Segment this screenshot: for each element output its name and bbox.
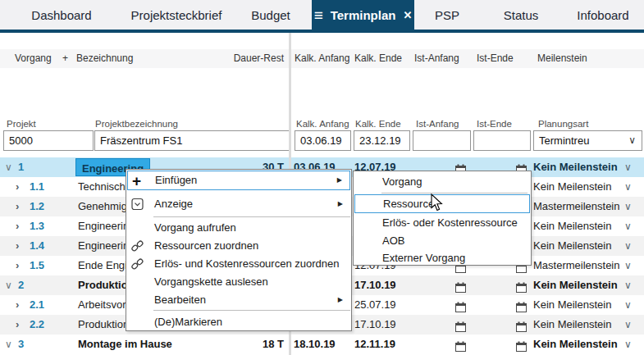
tab-psp[interactable]: PSP	[414, 0, 480, 30]
meilenstein-cell[interactable]: Kein Meilenstein	[533, 335, 618, 354]
tab-budget[interactable]: Budget	[230, 0, 312, 30]
menu-item-einfuegen[interactable]: + Einfügen ▶	[127, 171, 350, 190]
expand-icon[interactable]: ›	[16, 197, 19, 216]
kalk-anfang-field[interactable]: 03.06.19	[295, 130, 351, 151]
expand-icon[interactable]: ›	[16, 177, 19, 197]
meilenstein-cell[interactable]: Kein Meilenstein	[533, 177, 611, 197]
dauer-rest-cell[interactable]: 18 T	[226, 335, 284, 354]
kalk-ende-cell[interactable]: 17.10.19	[354, 275, 396, 295]
menu-item-label: Bearbeiten	[154, 291, 206, 309]
tab-terminplan[interactable]: ≡ Terminplan ✕	[312, 0, 414, 30]
submenu-arrow-icon: ▶	[338, 291, 343, 309]
chevron-down-icon[interactable]: ∨	[624, 256, 632, 275]
bezeichnung-cell[interactable]: Technische	[78, 177, 131, 197]
collapse-icon[interactable]: ∨	[5, 275, 12, 295]
ist-ende-field[interactable]	[473, 130, 531, 151]
expand-icon[interactable]: ›	[16, 315, 19, 335]
kalk-ende-cell[interactable]: 25.07.19	[354, 295, 396, 315]
collapse-icon[interactable]: ∨	[5, 335, 12, 354]
menu-item-ressourcen-zuordnen[interactable]: Ressourcen zuordnen	[127, 237, 350, 255]
menu-item-label: Einfügen	[155, 171, 197, 189]
expand-icon[interactable]: ›	[16, 216, 19, 236]
submenu-arrow-icon: ▶	[338, 194, 343, 214]
meilenstein-cell[interactable]: Kein Meilenstein	[533, 295, 611, 315]
tab-terminplan-label: Terminplan	[331, 8, 396, 22]
chevron-down-icon[interactable]: ∨	[624, 335, 632, 354]
row-number: 1.4	[30, 236, 44, 256]
kalk-anfang-cell[interactable]: 18.10.19	[294, 335, 336, 354]
tab-projektsteckbrief[interactable]: Projektsteckbrief	[123, 0, 230, 30]
label-ist-ende: Ist-Ende	[477, 119, 512, 129]
tab-dashboard[interactable]: Dashboard	[0, 0, 123, 30]
submenu-item-aob[interactable]: AOB	[354, 232, 530, 250]
tab-infoboard[interactable]: Infoboard	[562, 0, 644, 30]
context-menu: + Einfügen ▶ Anzeige ▶ Vorgang aufrufen …	[126, 169, 352, 331]
projekt-field[interactable]: 5000	[3, 130, 94, 151]
expand-icon[interactable]: ›	[16, 295, 19, 315]
menu-item-label: Ressourcen zuordnen	[154, 237, 258, 255]
submenu-item-externer-vorgang[interactable]: Externer Vorgang	[354, 250, 530, 266]
meilenstein-cell[interactable]: Mastermeilenstein	[533, 256, 620, 275]
menu-item-vorgangskette-auslesen[interactable]: Vorgangskette auslesen	[127, 273, 350, 291]
meilenstein-cell[interactable]: Kein Meilenstein	[533, 315, 611, 335]
expand-icon[interactable]: ›	[16, 236, 19, 256]
add-column-icon[interactable]: +	[62, 49, 68, 68]
table-row[interactable]: ∨ 3 Montage im Hause 18 T 18.10.19 12.11…	[0, 335, 644, 354]
planungsart-select[interactable]: Termintreu ∨	[533, 130, 642, 151]
submenu-item-label: Externer Vorgang	[382, 250, 465, 266]
chevron-down-icon[interactable]: ∨	[624, 197, 632, 216]
chevron-down-icon[interactable]: ∨	[624, 315, 632, 335]
kalk-ende-field[interactable]: 23.12.19	[354, 130, 410, 151]
col-ist-ende: Ist-Ende	[477, 49, 514, 68]
meilenstein-cell[interactable]: Kein Meilenstein	[533, 236, 611, 256]
kalk-ende-cell[interactable]: 12.11.19	[354, 335, 395, 354]
calendar-icon[interactable]	[455, 339, 466, 355]
submenu-item-label: AOB	[382, 232, 404, 250]
menu-item-erloes-kostenressourcen-zuordnen[interactable]: Erlös- und Kostenressourcen zuordnen	[127, 255, 350, 273]
calendar-icon[interactable]	[516, 339, 527, 355]
submenu-arrow-icon: ▶	[337, 171, 342, 189]
col-vorgang: Vorgang	[15, 49, 52, 68]
menu-item-demarkieren[interactable]: (De)Markieren	[127, 313, 350, 331]
col-meilenstein: Meilenstein	[537, 49, 587, 68]
chevron-down-icon[interactable]: ∨	[628, 131, 636, 150]
tab-status[interactable]: Status	[480, 0, 562, 30]
menu-item-bearbeiten[interactable]: Bearbeiten ▶	[127, 291, 350, 309]
row-number: 1	[18, 157, 24, 177]
projektbezeichnung-field[interactable]: Fräszentrum FS1	[94, 130, 290, 151]
submenu-item-label: Erlös- oder Kostenressource	[382, 214, 518, 232]
einfuegen-submenu: Vorgang Ressource Erlös- oder Kostenress…	[353, 171, 532, 266]
label-kalk-ende: Kalk. Ende	[355, 119, 401, 129]
close-icon[interactable]: ✕	[403, 9, 412, 21]
bezeichnung-cell[interactable]: Montage im Hause	[78, 335, 172, 354]
expand-icon[interactable]: ›	[16, 256, 19, 275]
chevron-down-icon[interactable]: ∨	[624, 216, 632, 236]
menu-item-anzeige[interactable]: Anzeige ▶	[127, 194, 350, 214]
chevron-down-icon[interactable]: ∨	[624, 177, 632, 197]
submenu-item-vorgang[interactable]: Vorgang	[354, 173, 530, 191]
chevron-down-icon[interactable]: ∨	[624, 236, 632, 256]
menu-item-vorgang-aufrufen[interactable]: Vorgang aufrufen	[127, 219, 350, 237]
meilenstein-cell[interactable]: Kein Meilenstein	[533, 157, 618, 177]
chevron-down-icon[interactable]: ∨	[624, 295, 632, 315]
menu-separator	[381, 193, 528, 193]
hamburger-icon[interactable]: ≡	[314, 7, 323, 23]
meilenstein-cell[interactable]: Mastermeilenstein	[533, 197, 620, 216]
collapse-icon[interactable]: ∨	[5, 157, 12, 177]
terminplan-app: Dashboard Projektsteckbrief Budget ≡ Ter…	[0, 0, 644, 355]
meilenstein-cell[interactable]: Kein Meilenstein	[533, 216, 611, 236]
combobox-icon	[131, 198, 144, 211]
chevron-down-icon[interactable]: ∨	[624, 275, 632, 295]
label-projekt: Projekt	[7, 119, 36, 129]
label-ist-anfang: Ist-Anfang	[416, 119, 459, 129]
submenu-item-erloes-oder-kostenressource[interactable]: Erlös- oder Kostenressource	[354, 214, 530, 232]
row-number: 1.2	[30, 197, 44, 216]
ist-anfang-field[interactable]	[413, 130, 471, 151]
menu-item-label: (De)Markieren	[154, 313, 222, 331]
kalk-ende-cell[interactable]: 17.10.19	[354, 315, 396, 335]
row-number: 3	[18, 335, 24, 354]
chevron-down-icon[interactable]: ∨	[624, 157, 632, 177]
bezeichnung-cell[interactable]: Produktion	[78, 315, 129, 335]
meilenstein-cell[interactable]: Kein Meilenstein	[533, 275, 618, 295]
col-bezeichnung: Bezeichnung	[76, 49, 133, 68]
